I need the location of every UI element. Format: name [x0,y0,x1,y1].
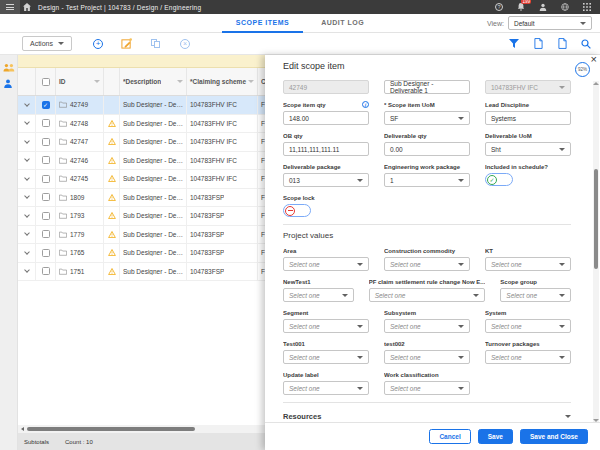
row-expand-icon[interactable] [18,115,36,133]
table-row[interactable]: 42748 Sub Designer - Delive... 104783FHV… [18,115,298,134]
menu-hamburger-icon[interactable] [0,0,20,14]
engineering-work-package-select[interactable]: 1 [384,173,470,187]
segment-select[interactable]: Select one [283,319,369,333]
kt-select[interactable]: Select one [485,257,571,271]
panel-vertical-scrollbar[interactable] [593,81,599,423]
deliverable-qty-field[interactable]: 0.00 [384,142,470,156]
column-menu-icon[interactable] [177,80,183,83]
column-header-description[interactable]: *Description [120,68,187,95]
notifications-icon[interactable]: 199 [514,0,528,14]
add-item-icon[interactable]: + [92,38,104,50]
info-icon[interactable]: i [362,101,369,108]
pf-claim-settlement-select[interactable]: Select one [369,288,486,302]
row-expand-icon[interactable] [18,207,36,225]
subsystem-select[interactable]: Select one [384,319,470,333]
row-checkbox[interactable] [36,189,56,207]
row-checkbox[interactable] [36,152,56,170]
deliverable-package-select[interactable]: 013 [283,173,369,187]
row-checkbox[interactable] [36,96,56,114]
close-icon[interactable]: × [591,54,597,65]
resources-section-header[interactable]: Resources [283,409,571,422]
table-row[interactable]: 1779 Sub Designer - Delive... 104783FSP … [18,226,298,245]
view-select[interactable]: Default [508,16,592,30]
table-row[interactable]: 42746 Sub Designer - Delive... 104783FHV… [18,152,298,171]
row-expand-icon[interactable] [18,244,36,262]
pinned-highlight-row[interactable] [18,55,280,68]
scope-item-qty-field[interactable]: 148.00 [283,111,369,125]
scope-item-name-field[interactable]: Sub Designer - Deliverable 1 [384,80,470,94]
table-row[interactable]: 42747 Sub Designer - Delive... 104783FHV… [18,133,298,152]
scroll-left-arrow-icon[interactable] [21,427,24,431]
update-label-select[interactable]: Select one [283,381,369,395]
copy-item-icon[interactable] [150,38,162,50]
user-profile-icon[interactable] [536,0,550,14]
cancel-button[interactable]: Cancel [429,429,470,444]
row-expand-icon[interactable] [18,170,36,188]
row-expand-icon[interactable] [18,189,36,207]
import-icon[interactable] [556,38,568,50]
newtest1-select[interactable]: Select one [283,288,354,302]
section-divider [283,224,571,225]
select-all-checkbox[interactable] [36,68,56,95]
globe-icon[interactable] [558,0,572,14]
home-icon[interactable] [20,0,34,14]
tab-scope-items[interactable]: SCOPE ITEMS [222,14,303,33]
system-select[interactable]: Select one [485,319,571,333]
scope-item-uom-select[interactable]: SF [384,111,470,125]
search-icon[interactable] [580,38,592,50]
filter-icon[interactable] [508,38,520,50]
export-icon[interactable] [532,38,544,50]
row-checkbox[interactable] [36,226,56,244]
row-checkbox[interactable] [36,263,56,281]
horizontal-scrollbar[interactable] [18,425,265,433]
test002-select[interactable]: Select one [384,350,470,364]
row-expand-icon[interactable] [18,152,36,170]
test001-select[interactable]: Select one [283,350,369,364]
save-button[interactable]: Save [478,429,513,444]
scope-group-select[interactable]: Select one [500,288,571,302]
row-checkbox[interactable] [36,133,56,151]
row-checkbox[interactable] [36,207,56,225]
table-row[interactable]: 42745 Sub Designer - Delive... 104783FHV… [18,170,298,189]
column-menu-icon[interactable] [248,80,254,83]
breadcrumb[interactable]: Design - Test Project | 104783 / Design … [38,4,201,11]
work-classification-select[interactable]: Select one [384,381,470,395]
edit-item-icon[interactable] [121,38,133,50]
folder-icon [59,157,67,164]
actions-button[interactable]: Actions [22,36,72,51]
column-menu-icon[interactable] [94,80,100,83]
assigned-user-icon[interactable] [3,74,13,92]
table-row[interactable]: 1809 Sub Designer - Delive... 104783FSP … [18,189,298,208]
ob-qty-field[interactable]: 11,111,111,111.11 [283,142,369,156]
scrollbar-thumb[interactable] [27,427,195,431]
row-expand-icon[interactable] [18,96,36,114]
row-checkbox[interactable] [36,244,56,262]
row-checkbox[interactable] [36,115,56,133]
area-select[interactable]: Select one [283,257,369,271]
app-window: Design - Test Project | 104783 / Design … [0,0,600,450]
lead-discipline-field[interactable]: Systems [485,111,571,125]
construction-commodity-select[interactable]: Select one [384,257,470,271]
table-footer: Subtotals Count : 10 [18,433,265,450]
deliverable-uom-select[interactable]: Sht [485,142,571,156]
included-in-schedule-toggle[interactable]: ✓ [485,173,513,186]
tab-audit-log[interactable]: AUDIT LOG [307,14,378,33]
row-expand-icon[interactable] [18,263,36,281]
table-row[interactable]: 1765 Sub Designer - Delive... 104783FSP … [18,244,298,263]
column-header-id[interactable]: ID [56,68,104,95]
help-icon[interactable]: ? [492,0,506,14]
table-row[interactable]: 1751 Sub Designer - Delive... 104783FSP … [18,263,298,282]
scrollbar-thumb[interactable] [594,169,598,269]
scope-lock-toggle[interactable] [283,204,311,217]
app-launcher-grid-icon[interactable] [580,0,594,14]
turnover-packages-select[interactable]: Select one [485,350,571,364]
row-expand-icon[interactable] [18,226,36,244]
row-checkbox[interactable] [36,170,56,188]
save-and-close-button[interactable]: Save and Close [520,429,588,444]
row-expand-icon[interactable] [18,133,36,151]
table-row[interactable]: 42749 Sub Designer - Deliver... 104783FH… [18,96,298,115]
scroll-up-arrow-icon[interactable] [593,82,599,85]
table-row[interactable]: 1793 Sub Designer - Delive... 104783FSP … [18,207,298,226]
cancel-item-icon[interactable]: × [179,38,191,50]
column-header-claiming-scheme[interactable]: *Claiming scheme [187,68,258,95]
